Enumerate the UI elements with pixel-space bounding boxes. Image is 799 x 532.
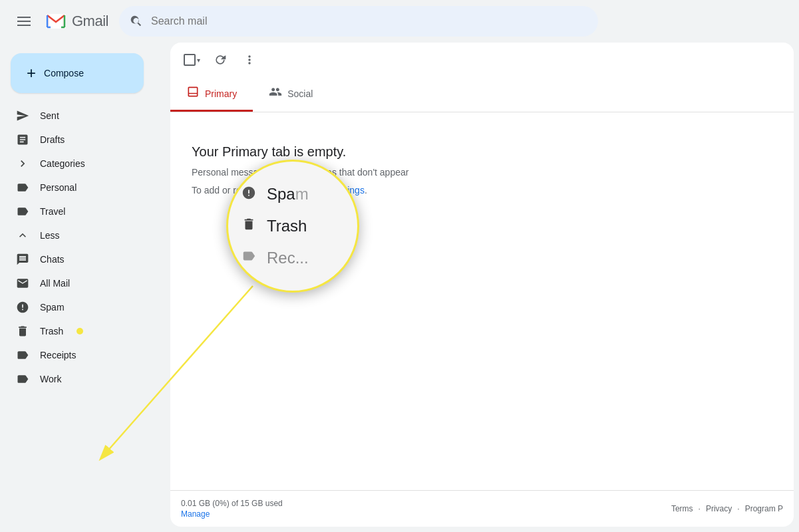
categories-arrow-icon	[16, 157, 29, 170]
mag-spam-icon	[241, 186, 256, 203]
sidebar-item-less[interactable]: Less	[0, 223, 160, 247]
trash-icon	[16, 325, 29, 338]
mag-receipts-icon	[241, 249, 256, 267]
sidebar-item-drafts[interactable]: Drafts	[0, 128, 160, 152]
gmail-label: Gmail	[72, 13, 108, 30]
yellow-dot-indicator	[77, 328, 83, 334]
personal-icon	[16, 181, 29, 194]
search-icon	[130, 15, 143, 28]
tabs-bar: Primary Social	[170, 77, 794, 112]
sidebar-item-allmail[interactable]: All Mail	[0, 271, 160, 295]
terms-link[interactable]: Terms	[671, 504, 693, 513]
empty-title: Your Primary tab is empty.	[192, 144, 772, 160]
primary-tab-icon	[186, 85, 200, 102]
program-link[interactable]: Program P	[745, 504, 783, 513]
mag-item-trash: Trash	[241, 217, 307, 235]
sidebar-label-allmail: All Mail	[40, 278, 70, 289]
sidebar-label-chats: Chats	[40, 254, 65, 265]
refresh-icon	[214, 53, 227, 66]
svg-rect-0	[17, 17, 31, 18]
tab-social[interactable]: Social	[253, 77, 329, 112]
mag-item-receipts: Rec...	[241, 249, 309, 267]
sidebar-item-sent[interactable]: Sent	[0, 104, 160, 128]
mag-trash-icon	[241, 217, 256, 235]
sidebar-label-categories: Categories	[40, 158, 85, 169]
sidebar-item-travel[interactable]: Travel	[0, 200, 160, 223]
storage-info: 0.01 GB (0%) of 15 GB used	[181, 499, 283, 508]
sidebar-label-receipts: Receipts	[40, 350, 76, 360]
sent-icon	[16, 109, 29, 122]
sidebar-label-personal: Personal	[40, 182, 77, 193]
sidebar-label-trash: Trash	[40, 326, 63, 336]
compose-label: Compose	[44, 68, 84, 78]
tab-primary-label: Primary	[205, 88, 237, 99]
sidebar-item-trash[interactable]: Trash	[0, 319, 160, 343]
mag-item-spam: Spam	[241, 185, 309, 203]
gmail-m-logo	[43, 8, 69, 35]
footer-dot-1: ·	[699, 504, 701, 513]
body-layout: + Compose Sent Drafts Categories	[0, 43, 799, 532]
header: Gmail	[0, 0, 799, 43]
mag-spam-label: Spam	[267, 185, 309, 203]
svg-rect-1	[17, 21, 31, 22]
compose-plus-icon: +	[27, 64, 36, 82]
tab-social-label: Social	[287, 88, 313, 99]
sidebar: + Compose Sent Drafts Categories	[0, 43, 170, 532]
sidebar-item-chats[interactable]: Chats	[0, 247, 160, 271]
sidebar-label-drafts: Drafts	[40, 134, 65, 145]
footer-left: 0.01 GB (0%) of 15 GB used Manage	[181, 499, 283, 519]
sidebar-item-categories[interactable]: Categories	[0, 152, 160, 176]
sidebar-label-sent: Sent	[40, 110, 59, 121]
allmail-icon	[16, 277, 29, 290]
receipts-icon	[16, 348, 29, 362]
search-bar[interactable]	[119, 6, 598, 37]
empty-link-suffix: .	[365, 185, 367, 196]
chats-icon	[16, 253, 29, 266]
checkbox-chevron-icon: ▾	[197, 57, 200, 64]
sidebar-item-spam[interactable]: Spam	[0, 295, 160, 319]
travel-icon	[16, 205, 29, 218]
mag-trash-label: Trash	[267, 217, 307, 235]
footer-right: Terms · Privacy · Program P	[671, 504, 783, 513]
hamburger-icon	[17, 15, 31, 28]
more-vertical-icon	[243, 53, 256, 66]
footer: 0.01 GB (0%) of 15 GB used Manage Terms …	[170, 490, 794, 527]
footer-dot-2: ·	[737, 504, 739, 513]
sidebar-label-spam: Spam	[40, 302, 65, 313]
svg-rect-2	[17, 25, 31, 26]
sidebar-label-less: Less	[40, 230, 60, 241]
tab-primary[interactable]: Primary	[170, 77, 253, 112]
drafts-icon	[16, 133, 29, 146]
mag-receipts-label: Rec...	[267, 249, 309, 267]
sidebar-label-travel: Travel	[40, 206, 65, 217]
sidebar-label-work: Work	[40, 374, 61, 384]
sidebar-item-work[interactable]: Work	[0, 367, 160, 391]
sidebar-item-receipts[interactable]: Receipts	[0, 343, 160, 367]
less-icon	[16, 229, 29, 242]
compose-button[interactable]: + Compose	[11, 53, 144, 93]
menu-button[interactable]	[11, 8, 37, 35]
work-icon	[16, 372, 29, 386]
search-input[interactable]	[151, 15, 587, 27]
spam-icon	[16, 301, 29, 314]
logo-area: Gmail	[43, 8, 108, 35]
more-button[interactable]	[238, 48, 261, 72]
checkbox-icon	[184, 54, 196, 66]
select-all-button[interactable]: ▾	[181, 48, 203, 72]
privacy-link[interactable]: Privacy	[706, 504, 732, 513]
social-tab-icon	[269, 85, 282, 102]
manage-link[interactable]: Manage	[181, 509, 283, 519]
toolbar: ▾	[170, 43, 794, 77]
magnified-overlay: Spam Trash Rec...	[226, 160, 359, 293]
sidebar-item-personal[interactable]: Personal	[0, 176, 160, 200]
refresh-button[interactable]	[208, 48, 232, 72]
